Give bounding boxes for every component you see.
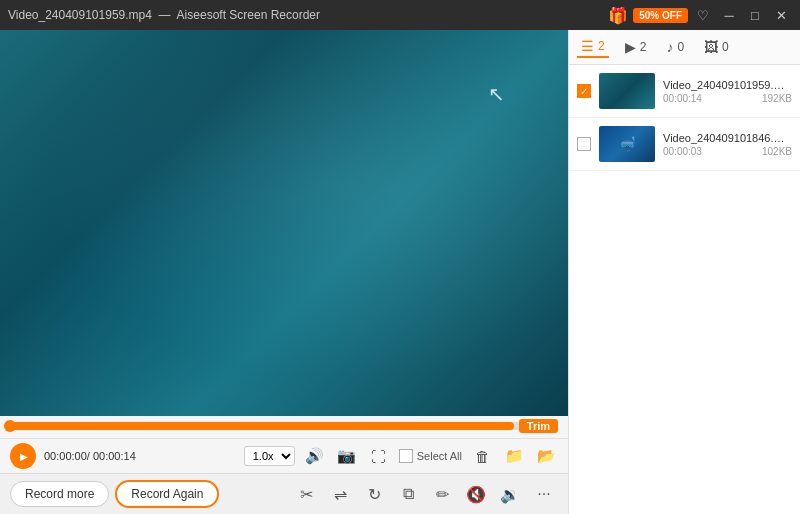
gift-icon[interactable]: 🎁: [607, 4, 629, 26]
cut-icon[interactable]: ✂: [292, 480, 320, 508]
select-all-label: Select All: [417, 450, 462, 462]
bottom-toolbar: Record more Record Again ✂ ⇌ ↻ ⧉ ✏ 🔇 🔉 ·…: [0, 473, 568, 514]
select-all-area: Select All: [399, 449, 462, 463]
folder-icon[interactable]: 📁: [502, 444, 526, 468]
title-bar: Video_240409101959.mp4 — Aiseesoft Scree…: [0, 0, 800, 30]
item-checkbox-1[interactable]: ✓: [577, 84, 591, 98]
item-size-1: 192KB: [762, 93, 792, 104]
title-bar-left: Video_240409101959.mp4 — Aiseesoft Scree…: [8, 8, 320, 22]
progress-fill: [10, 422, 514, 430]
item-meta-2: 00:00:03 102KB: [663, 146, 792, 157]
controls-bar: ▶ 00:00:00/ 00:00:14 1.0x 0.5x 1.5x 2.0x…: [0, 438, 568, 473]
item-name-2: Video_240409101846.mp4: [663, 132, 792, 144]
more-icon[interactable]: ···: [530, 480, 558, 508]
list-item[interactable]: 🤿 Video_240409101846.mp4 00:00:03 102KB: [569, 118, 800, 171]
item-duration-1: 00:00:14: [663, 93, 702, 104]
tab-audio-count: 0: [677, 40, 684, 54]
edit-icon[interactable]: ✏: [428, 480, 456, 508]
video-canvas: ↖: [0, 30, 568, 416]
export-icon[interactable]: 📂: [534, 444, 558, 468]
fullscreen-icon[interactable]: ⛶: [367, 444, 391, 468]
sound-icon[interactable]: 🔉: [496, 480, 524, 508]
delete-icon[interactable]: 🗑: [470, 444, 494, 468]
maximize-button[interactable]: □: [744, 4, 766, 26]
thumbnail-diver: 🤿: [599, 126, 655, 162]
tab-audio[interactable]: ♪ 0: [662, 37, 688, 57]
item-name-1: Video_240409101959.mp4: [663, 79, 792, 91]
panel-tabs: ☰ 2 ▶ 2 ♪ 0 🖼 0: [569, 30, 800, 65]
promo-badge[interactable]: 50% OFF: [633, 8, 688, 23]
video-area: ↖ Trim ▶ 00:00:00/ 00:00:14 1.0x 0.5x 1.…: [0, 30, 568, 514]
list-icon: ☰: [581, 38, 594, 54]
progress-thumb[interactable]: [4, 420, 16, 432]
select-all-checkbox[interactable]: [399, 449, 413, 463]
tab-image-count: 0: [722, 40, 729, 54]
minimize-button[interactable]: ─: [718, 4, 740, 26]
list-item[interactable]: ✓ Video_240409101959.mp4 00:00:14 192KB: [569, 65, 800, 118]
audio-icon[interactable]: 🔇: [462, 480, 490, 508]
image-tab-icon: 🖼: [704, 39, 718, 55]
thumbnail-ocean: [599, 73, 655, 109]
right-panel: ☰ 2 ▶ 2 ♪ 0 🖼 0 ✓: [568, 30, 800, 514]
tab-list[interactable]: ☰ 2: [577, 36, 609, 58]
volume-icon[interactable]: 🔊: [303, 444, 327, 468]
video-icon: ▶: [625, 39, 636, 55]
progress-area: Trim: [0, 416, 568, 438]
item-info-1: Video_240409101959.mp4 00:00:14 192KB: [663, 79, 792, 104]
record-more-button[interactable]: Record more: [10, 481, 109, 507]
camera-icon[interactable]: 📷: [335, 444, 359, 468]
progress-track[interactable]: Trim: [10, 422, 558, 430]
item-checkbox-2[interactable]: [577, 137, 591, 151]
tab-video[interactable]: ▶ 2: [621, 37, 651, 57]
record-again-button[interactable]: Record Again: [115, 480, 219, 508]
speed-select[interactable]: 1.0x 0.5x 1.5x 2.0x: [244, 446, 295, 466]
tab-image[interactable]: 🖼 0: [700, 37, 733, 57]
split-icon[interactable]: ⇌: [326, 480, 354, 508]
close-button[interactable]: ✕: [770, 4, 792, 26]
item-thumbnail-1: [599, 73, 655, 109]
audio-tab-icon: ♪: [666, 39, 673, 55]
main-content: ↖ Trim ▶ 00:00:00/ 00:00:14 1.0x 0.5x 1.…: [0, 30, 800, 514]
account-icon[interactable]: ♡: [692, 4, 714, 26]
tab-list-count: 2: [598, 39, 605, 53]
item-duration-2: 00:00:03: [663, 146, 702, 157]
tab-video-count: 2: [640, 40, 647, 54]
title-bar-right: 🎁 50% OFF ♡ ─ □ ✕: [607, 4, 792, 26]
item-thumbnail-2: 🤿: [599, 126, 655, 162]
item-size-2: 102KB: [762, 146, 792, 157]
panel-list: ✓ Video_240409101959.mp4 00:00:14 192KB …: [569, 65, 800, 514]
trim-button[interactable]: Trim: [519, 419, 558, 433]
app-title: Video_240409101959.mp4 — Aiseesoft Scree…: [8, 8, 320, 22]
time-display: 00:00:00/ 00:00:14: [44, 450, 136, 462]
item-meta-1: 00:00:14 192KB: [663, 93, 792, 104]
play-button[interactable]: ▶: [10, 443, 36, 469]
copy-icon[interactable]: ⧉: [394, 480, 422, 508]
rotate-icon[interactable]: ↻: [360, 480, 388, 508]
cursor-icon: ↖: [488, 82, 505, 106]
item-info-2: Video_240409101846.mp4 00:00:03 102KB: [663, 132, 792, 157]
